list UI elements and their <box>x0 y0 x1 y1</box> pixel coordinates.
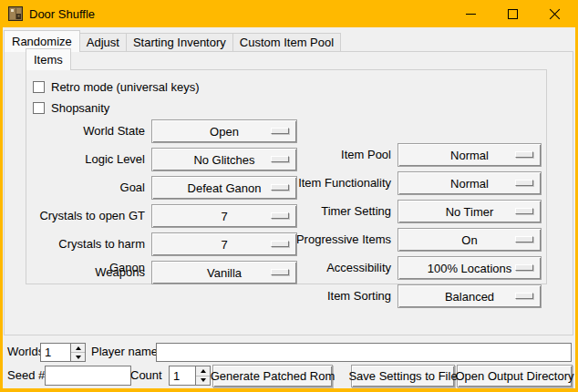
door-icon <box>8 6 23 21</box>
spin-up-button[interactable] <box>71 344 85 352</box>
worlds-spin-arrows <box>70 344 85 361</box>
maximize-button[interactable] <box>491 0 533 27</box>
dropdown-indicator-icon <box>271 269 289 275</box>
count-spin-arrows <box>195 366 210 385</box>
generate-patched-rom-button[interactable]: Generate Patched Rom <box>212 365 333 387</box>
crystals-ganon-dropdown[interactable]: 7 <box>151 232 297 256</box>
spin-down-icon <box>76 356 81 359</box>
worlds-spinbox[interactable]: 1 <box>40 343 86 362</box>
title-bar[interactable]: Door Shuffle <box>0 0 578 27</box>
world-state-dropdown[interactable]: Open <box>151 119 297 143</box>
worlds-label: Worlds <box>7 342 44 362</box>
shopsanity-label: Shopsanity <box>51 101 109 115</box>
seed-input[interactable] <box>45 366 131 386</box>
logic-level-dropdown[interactable]: No Glitches <box>151 148 297 171</box>
shopsanity-checkbox-row: Shopsanity <box>33 101 109 114</box>
goal-label: Goal <box>26 176 145 200</box>
window-title: Door Shuffle <box>29 7 95 21</box>
tab-starting-inventory[interactable]: Starting Inventory <box>126 33 233 51</box>
dropdown-indicator-icon <box>271 156 289 162</box>
items-tab-pane: Retro mode (universal keys) Shopsanity W… <box>26 69 547 284</box>
close-icon <box>549 8 561 20</box>
retro-mode-checkbox[interactable] <box>33 81 45 93</box>
shopsanity-checkbox[interactable] <box>33 102 45 114</box>
weapons-label: Weapons <box>26 261 145 284</box>
count-spinbox[interactable]: 1 <box>169 366 211 386</box>
minimize-icon <box>466 14 476 15</box>
item-sorting-dropdown[interactable]: Balanced <box>397 284 542 308</box>
worlds-value: 1 <box>41 344 70 361</box>
spin-up-icon <box>76 346 81 350</box>
maximize-icon <box>508 9 518 19</box>
weapons-dropdown[interactable]: Vanilla <box>151 261 297 284</box>
retro-mode-label: Retro mode (universal keys) <box>51 80 200 94</box>
count-value: 1 <box>170 366 195 385</box>
tab-adjust[interactable]: Adjust <box>79 33 127 51</box>
seed-label: Seed # <box>7 366 45 386</box>
crystals-ganon-value: 7 <box>221 238 227 252</box>
dropdown-indicator-icon <box>271 184 289 191</box>
logic-level-value: No Glitches <box>193 153 254 167</box>
window-controls <box>449 0 575 27</box>
spin-down-button[interactable] <box>196 376 210 386</box>
spin-down-button[interactable] <box>71 352 85 361</box>
retro-mode-checkbox-row: Retro mode (universal keys) <box>33 80 200 93</box>
close-button[interactable] <box>533 0 575 27</box>
minimize-button[interactable] <box>449 0 491 27</box>
count-label: Count <box>130 366 162 386</box>
player-names-label: Player names <box>91 342 163 362</box>
spin-up-icon <box>201 369 206 373</box>
goal-dropdown[interactable]: Defeat Ganon <box>151 176 297 200</box>
spin-down-icon <box>201 378 206 382</box>
dropdown-indicator-icon <box>271 241 289 247</box>
world-state-value: Open <box>210 125 239 139</box>
goal-value: Defeat Ganon <box>188 181 262 195</box>
item-sorting-label: Item Sorting <box>256 284 391 308</box>
open-output-directory-button[interactable]: Open Output Directory <box>457 365 573 387</box>
weapons-value: Vanilla <box>207 266 242 280</box>
crystals-gt-value: 7 <box>221 210 227 223</box>
dropdown-indicator-icon <box>515 293 533 299</box>
tab-items[interactable]: Items <box>26 48 71 70</box>
world-state-label: World State <box>26 119 145 143</box>
item-sorting-value: Balanced <box>445 290 494 304</box>
dropdown-indicator-icon <box>271 128 289 134</box>
spin-up-button[interactable] <box>196 366 210 376</box>
app-window: Door Shuffle Randomize Adjust Starting I… <box>0 0 578 392</box>
player-names-input[interactable] <box>156 343 572 362</box>
dropdown-indicator-icon <box>271 212 289 219</box>
crystals-gt-dropdown[interactable]: 7 <box>151 204 297 228</box>
save-settings-button[interactable]: Save Settings to File <box>351 365 455 387</box>
crystals-gt-label: Crystals to open GT <box>26 204 145 228</box>
logic-level-label: Logic Level <box>26 148 145 171</box>
client-area: Randomize Adjust Starting Inventory Cust… <box>3 27 575 388</box>
tab-custom-item-pool[interactable]: Custom Item Pool <box>232 33 341 51</box>
